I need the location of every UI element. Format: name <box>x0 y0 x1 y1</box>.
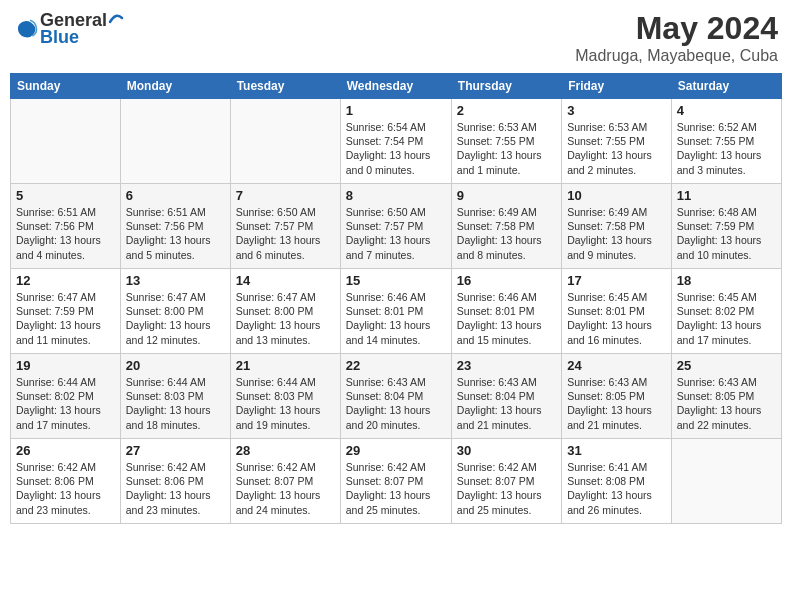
day-info: Sunrise: 6:44 AMSunset: 8:03 PMDaylight:… <box>236 375 335 432</box>
calendar-cell: 8Sunrise: 6:50 AMSunset: 7:57 PMDaylight… <box>340 184 451 269</box>
calendar-cell: 21Sunrise: 6:44 AMSunset: 8:03 PMDayligh… <box>230 354 340 439</box>
day-info: Sunrise: 6:42 AMSunset: 8:07 PMDaylight:… <box>346 460 446 517</box>
day-info: Sunrise: 6:51 AMSunset: 7:56 PMDaylight:… <box>126 205 225 262</box>
calendar-table: SundayMondayTuesdayWednesdayThursdayFrid… <box>10 73 782 524</box>
day-number: 23 <box>457 358 556 373</box>
calendar-cell <box>120 99 230 184</box>
day-info: Sunrise: 6:47 AMSunset: 8:00 PMDaylight:… <box>126 290 225 347</box>
day-info: Sunrise: 6:47 AMSunset: 7:59 PMDaylight:… <box>16 290 115 347</box>
calendar-cell: 18Sunrise: 6:45 AMSunset: 8:02 PMDayligh… <box>671 269 781 354</box>
day-info: Sunrise: 6:45 AMSunset: 8:01 PMDaylight:… <box>567 290 666 347</box>
weekday-header-monday: Monday <box>120 74 230 99</box>
calendar-cell: 7Sunrise: 6:50 AMSunset: 7:57 PMDaylight… <box>230 184 340 269</box>
day-info: Sunrise: 6:51 AMSunset: 7:56 PMDaylight:… <box>16 205 115 262</box>
calendar-cell: 23Sunrise: 6:43 AMSunset: 8:04 PMDayligh… <box>451 354 561 439</box>
week-row-1: 1Sunrise: 6:54 AMSunset: 7:54 PMDaylight… <box>11 99 782 184</box>
weekday-header-saturday: Saturday <box>671 74 781 99</box>
week-row-4: 19Sunrise: 6:44 AMSunset: 8:02 PMDayligh… <box>11 354 782 439</box>
day-number: 2 <box>457 103 556 118</box>
day-info: Sunrise: 6:42 AMSunset: 8:06 PMDaylight:… <box>126 460 225 517</box>
day-info: Sunrise: 6:54 AMSunset: 7:54 PMDaylight:… <box>346 120 446 177</box>
day-info: Sunrise: 6:43 AMSunset: 8:04 PMDaylight:… <box>457 375 556 432</box>
day-info: Sunrise: 6:43 AMSunset: 8:05 PMDaylight:… <box>677 375 776 432</box>
day-info: Sunrise: 6:50 AMSunset: 7:57 PMDaylight:… <box>346 205 446 262</box>
day-info: Sunrise: 6:46 AMSunset: 8:01 PMDaylight:… <box>346 290 446 347</box>
day-info: Sunrise: 6:47 AMSunset: 8:00 PMDaylight:… <box>236 290 335 347</box>
day-number: 10 <box>567 188 666 203</box>
day-number: 9 <box>457 188 556 203</box>
logo: General Blue <box>14 10 125 48</box>
calendar-cell <box>671 439 781 524</box>
weekday-header-sunday: Sunday <box>11 74 121 99</box>
calendar-cell: 13Sunrise: 6:47 AMSunset: 8:00 PMDayligh… <box>120 269 230 354</box>
day-number: 22 <box>346 358 446 373</box>
calendar-cell: 17Sunrise: 6:45 AMSunset: 8:01 PMDayligh… <box>562 269 672 354</box>
calendar-cell: 3Sunrise: 6:53 AMSunset: 7:55 PMDaylight… <box>562 99 672 184</box>
calendar-cell: 5Sunrise: 6:51 AMSunset: 7:56 PMDaylight… <box>11 184 121 269</box>
calendar-cell: 12Sunrise: 6:47 AMSunset: 7:59 PMDayligh… <box>11 269 121 354</box>
day-info: Sunrise: 6:48 AMSunset: 7:59 PMDaylight:… <box>677 205 776 262</box>
calendar-cell: 6Sunrise: 6:51 AMSunset: 7:56 PMDaylight… <box>120 184 230 269</box>
calendar-cell: 16Sunrise: 6:46 AMSunset: 8:01 PMDayligh… <box>451 269 561 354</box>
calendar-cell: 28Sunrise: 6:42 AMSunset: 8:07 PMDayligh… <box>230 439 340 524</box>
weekday-header-tuesday: Tuesday <box>230 74 340 99</box>
calendar-cell <box>230 99 340 184</box>
day-info: Sunrise: 6:44 AMSunset: 8:03 PMDaylight:… <box>126 375 225 432</box>
weekday-header-wednesday: Wednesday <box>340 74 451 99</box>
day-number: 15 <box>346 273 446 288</box>
day-info: Sunrise: 6:45 AMSunset: 8:02 PMDaylight:… <box>677 290 776 347</box>
day-number: 24 <box>567 358 666 373</box>
day-info: Sunrise: 6:46 AMSunset: 8:01 PMDaylight:… <box>457 290 556 347</box>
day-info: Sunrise: 6:50 AMSunset: 7:57 PMDaylight:… <box>236 205 335 262</box>
week-row-3: 12Sunrise: 6:47 AMSunset: 7:59 PMDayligh… <box>11 269 782 354</box>
day-info: Sunrise: 6:49 AMSunset: 7:58 PMDaylight:… <box>567 205 666 262</box>
day-number: 26 <box>16 443 115 458</box>
location-title: Madruga, Mayabeque, Cuba <box>575 47 778 65</box>
day-number: 4 <box>677 103 776 118</box>
day-number: 12 <box>16 273 115 288</box>
logo-icon <box>14 17 38 41</box>
calendar-cell: 27Sunrise: 6:42 AMSunset: 8:06 PMDayligh… <box>120 439 230 524</box>
day-number: 1 <box>346 103 446 118</box>
calendar-cell: 30Sunrise: 6:42 AMSunset: 8:07 PMDayligh… <box>451 439 561 524</box>
calendar-cell: 22Sunrise: 6:43 AMSunset: 8:04 PMDayligh… <box>340 354 451 439</box>
day-number: 5 <box>16 188 115 203</box>
day-number: 25 <box>677 358 776 373</box>
calendar-cell: 4Sunrise: 6:52 AMSunset: 7:55 PMDaylight… <box>671 99 781 184</box>
calendar-cell: 26Sunrise: 6:42 AMSunset: 8:06 PMDayligh… <box>11 439 121 524</box>
day-info: Sunrise: 6:44 AMSunset: 8:02 PMDaylight:… <box>16 375 115 432</box>
day-info: Sunrise: 6:43 AMSunset: 8:05 PMDaylight:… <box>567 375 666 432</box>
calendar-cell: 25Sunrise: 6:43 AMSunset: 8:05 PMDayligh… <box>671 354 781 439</box>
day-number: 28 <box>236 443 335 458</box>
day-number: 20 <box>126 358 225 373</box>
week-row-5: 26Sunrise: 6:42 AMSunset: 8:06 PMDayligh… <box>11 439 782 524</box>
page-header: General Blue May 2024 Madruga, Mayabeque… <box>10 10 782 65</box>
day-info: Sunrise: 6:42 AMSunset: 8:06 PMDaylight:… <box>16 460 115 517</box>
calendar-cell: 31Sunrise: 6:41 AMSunset: 8:08 PMDayligh… <box>562 439 672 524</box>
calendar-cell: 1Sunrise: 6:54 AMSunset: 7:54 PMDaylight… <box>340 99 451 184</box>
calendar-cell: 14Sunrise: 6:47 AMSunset: 8:00 PMDayligh… <box>230 269 340 354</box>
day-number: 21 <box>236 358 335 373</box>
day-number: 19 <box>16 358 115 373</box>
calendar-cell: 15Sunrise: 6:46 AMSunset: 8:01 PMDayligh… <box>340 269 451 354</box>
day-info: Sunrise: 6:53 AMSunset: 7:55 PMDaylight:… <box>567 120 666 177</box>
calendar-cell: 19Sunrise: 6:44 AMSunset: 8:02 PMDayligh… <box>11 354 121 439</box>
day-number: 29 <box>346 443 446 458</box>
day-number: 27 <box>126 443 225 458</box>
month-title: May 2024 <box>575 10 778 47</box>
weekday-header-thursday: Thursday <box>451 74 561 99</box>
day-number: 17 <box>567 273 666 288</box>
calendar-cell: 11Sunrise: 6:48 AMSunset: 7:59 PMDayligh… <box>671 184 781 269</box>
day-number: 7 <box>236 188 335 203</box>
day-number: 30 <box>457 443 556 458</box>
calendar-cell: 10Sunrise: 6:49 AMSunset: 7:58 PMDayligh… <box>562 184 672 269</box>
calendar-cell: 29Sunrise: 6:42 AMSunset: 8:07 PMDayligh… <box>340 439 451 524</box>
title-block: May 2024 Madruga, Mayabeque, Cuba <box>575 10 778 65</box>
calendar-cell: 9Sunrise: 6:49 AMSunset: 7:58 PMDaylight… <box>451 184 561 269</box>
day-info: Sunrise: 6:52 AMSunset: 7:55 PMDaylight:… <box>677 120 776 177</box>
day-info: Sunrise: 6:53 AMSunset: 7:55 PMDaylight:… <box>457 120 556 177</box>
day-info: Sunrise: 6:42 AMSunset: 8:07 PMDaylight:… <box>457 460 556 517</box>
day-number: 3 <box>567 103 666 118</box>
calendar-cell <box>11 99 121 184</box>
week-row-2: 5Sunrise: 6:51 AMSunset: 7:56 PMDaylight… <box>11 184 782 269</box>
